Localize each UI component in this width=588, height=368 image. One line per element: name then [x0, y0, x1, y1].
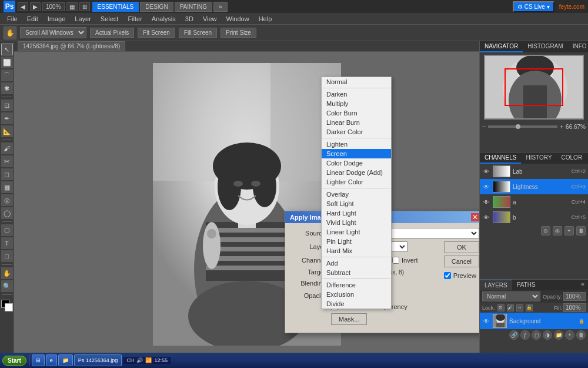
text-tool[interactable]: T: [1, 237, 13, 249]
blend-item-linearlight[interactable]: Linear Light: [322, 227, 391, 237]
delete-channel-btn[interactable]: 🗑: [576, 226, 586, 236]
fit-screen-btn[interactable]: Fit Screen: [138, 28, 175, 38]
taskbar-ie-btn[interactable]: e: [46, 354, 57, 366]
scroll-all-windows-dropdown[interactable]: Scroll All Windows: [20, 27, 86, 38]
blend-item-hardmix[interactable]: Hard Mix: [322, 246, 391, 256]
menu-select[interactable]: Select: [96, 14, 123, 24]
blur-tool[interactable]: ◎: [1, 194, 13, 206]
fill-screen-btn[interactable]: Fill Screen: [179, 28, 217, 38]
tab-design[interactable]: DESIGN: [140, 2, 173, 12]
taskbar-ps-btn[interactable]: Ps 14256364.jpg: [74, 354, 122, 366]
tab-more[interactable]: »: [213, 2, 228, 12]
menu-layer[interactable]: Layer: [70, 14, 96, 24]
arrange-btn[interactable]: ⊞: [79, 2, 90, 11]
blend-item-add[interactable]: Add: [322, 258, 391, 268]
adjustment-layer-btn[interactable]: ◑: [543, 330, 552, 340]
shape-tool[interactable]: □: [1, 250, 13, 262]
channel-row-a[interactable]: 👁 a Ctrl+4: [480, 194, 588, 210]
eye-icon-a[interactable]: 👁: [482, 198, 490, 206]
opacity-input[interactable]: [563, 292, 586, 301]
gradient-tool[interactable]: ▦: [1, 181, 13, 193]
menu-3d[interactable]: 3D: [181, 14, 198, 24]
menu-edit[interactable]: Edit: [22, 14, 43, 24]
tab-histogram[interactable]: HISTOGRAM: [523, 41, 567, 52]
delete-layer-btn[interactable]: 🗑: [576, 330, 586, 340]
lasso-tool[interactable]: ⌒: [1, 69, 13, 81]
tab-history[interactable]: HISTORY: [521, 152, 556, 164]
zoom-tool[interactable]: 🔍: [1, 280, 13, 292]
lock-paint-btn[interactable]: 🖌: [507, 304, 514, 311]
blend-item-linearburn[interactable]: Linear Burn: [322, 118, 391, 127]
blend-item-colorburn[interactable]: Color Burn: [322, 108, 391, 118]
blend-item-hardlight[interactable]: Hard Light: [322, 208, 391, 218]
actual-pixels-btn[interactable]: Actual Pixels: [90, 28, 134, 38]
link-layers-btn[interactable]: 🔗: [509, 330, 519, 340]
ok-btn[interactable]: OK: [444, 241, 479, 253]
tab-info[interactable]: INFO: [568, 41, 588, 52]
clone-tool[interactable]: ✂: [1, 155, 13, 167]
menu-image[interactable]: Image: [43, 14, 71, 24]
menu-filter[interactable]: Filter: [123, 14, 146, 24]
lock-transparent-btn[interactable]: ⊡: [497, 304, 505, 311]
menu-window[interactable]: Window: [222, 14, 254, 24]
menu-view[interactable]: View: [198, 14, 222, 24]
channel-row-lightness[interactable]: 👁 Lightness Ctrl+3: [480, 179, 588, 194]
blend-mode-dropdown[interactable]: Normal Darken Multiply Color Burn Linear…: [321, 77, 392, 309]
blend-item-difference[interactable]: Difference: [322, 280, 391, 290]
layers-menu-btn[interactable]: ≡: [577, 280, 588, 290]
hand-tool-bar[interactable]: ✋: [1, 267, 13, 279]
eye-icon-lab[interactable]: 👁: [482, 167, 490, 175]
tab-navigator[interactable]: NAVIGATOR: [480, 41, 523, 52]
eye-icon-lightness[interactable]: 👁: [482, 183, 490, 191]
blend-item-divide[interactable]: Divide: [322, 299, 391, 309]
group-layers-btn[interactable]: 📁: [554, 330, 563, 340]
tab-essentials[interactable]: ESSENTIALS: [92, 2, 139, 12]
nav-zoom-slider[interactable]: [488, 125, 557, 128]
fill-input[interactable]: [563, 303, 586, 312]
lock-move-btn[interactable]: ↔: [516, 304, 523, 311]
menu-help[interactable]: Help: [254, 14, 277, 24]
dodge-tool[interactable]: ◯: [1, 207, 13, 219]
channel-row-lab[interactable]: 👁 Lab Ctrl+2: [480, 164, 588, 179]
path-tool[interactable]: ⬡: [1, 224, 13, 236]
cs-live-btn[interactable]: ⚙ CS Live ▾: [513, 1, 554, 12]
layer-style-btn[interactable]: ƒ: [520, 330, 530, 340]
layer-mask-btn[interactable]: ◻: [532, 330, 541, 340]
layer-eye-background[interactable]: 👁: [482, 317, 490, 325]
blend-item-lightercolor[interactable]: Lighter Color: [322, 177, 391, 187]
hand-tool[interactable]: ✋: [4, 26, 16, 39]
blend-item-darkercolor[interactable]: Darker Color: [322, 127, 391, 137]
layer-blend-mode[interactable]: Normal: [482, 291, 540, 301]
ruler-tool[interactable]: 📐: [1, 125, 13, 137]
blend-item-normal[interactable]: Normal: [322, 77, 391, 87]
start-button[interactable]: Start: [2, 356, 26, 366]
mask-btn[interactable]: Mask...: [331, 313, 367, 325]
tab-paths[interactable]: PATHS: [512, 280, 540, 290]
tab-layers[interactable]: LAYERS: [480, 280, 512, 290]
blend-item-vividlight[interactable]: Vivid Light: [322, 218, 391, 227]
menu-file[interactable]: File: [2, 14, 22, 24]
crop-tool[interactable]: ⊡: [1, 100, 13, 111]
color-selector[interactable]: [1, 300, 13, 311]
layer-row-background[interactable]: 👁 Background 🔒: [480, 313, 588, 329]
preview-checkbox[interactable]: [444, 272, 451, 279]
blend-item-pinlight[interactable]: Pin Light: [322, 237, 391, 246]
blend-item-screen[interactable]: Screen: [322, 149, 391, 158]
tab-color[interactable]: COLOR: [557, 152, 587, 164]
taskbar-desktop-btn[interactable]: ⊞: [32, 354, 45, 366]
selection-to-channel-btn[interactable]: ◎: [553, 226, 562, 236]
eyedropper-tool[interactable]: ✒: [1, 112, 13, 124]
invert-checkbox[interactable]: [392, 257, 399, 264]
canvas-tab-item[interactable]: 14256364.jpg @ 66.7% (Lightness/8): [18, 41, 125, 51]
tab-painting[interactable]: PAINTING: [175, 2, 212, 12]
move-tool[interactable]: ↖: [1, 44, 13, 55]
eye-icon-b[interactable]: 👁: [482, 213, 490, 221]
menu-analysis[interactable]: Analysis: [147, 14, 181, 24]
print-size-btn[interactable]: Print Size: [220, 28, 256, 38]
new-channel-btn[interactable]: +: [564, 226, 574, 236]
channel-row-b[interactable]: 👁 b Ctrl+5: [480, 210, 588, 225]
new-layer-btn[interactable]: +: [565, 330, 574, 340]
magic-wand-tool[interactable]: ✱: [1, 82, 13, 94]
tab-channels[interactable]: CHANNELS: [480, 152, 521, 164]
blend-item-exclusion[interactable]: Exclusion: [322, 290, 391, 299]
